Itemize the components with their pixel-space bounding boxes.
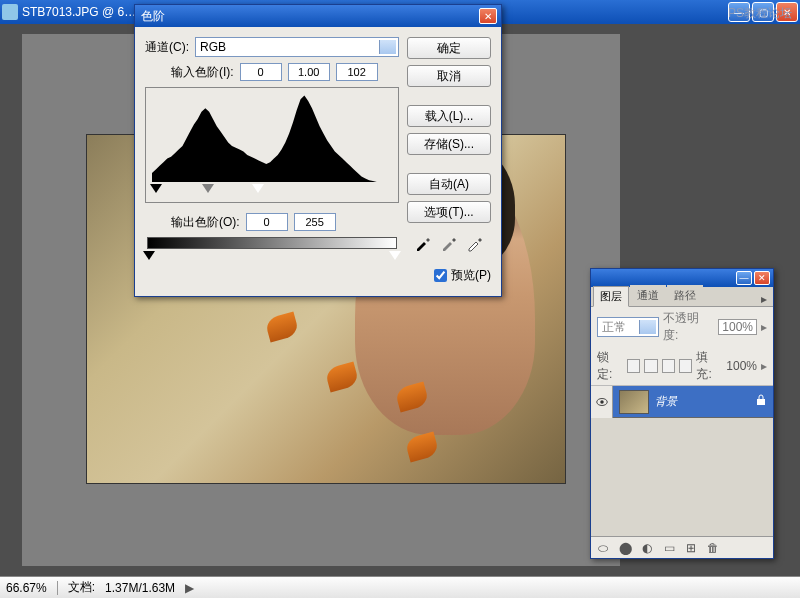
link-layers-icon[interactable]: ⬭ [595,540,611,556]
svg-point-1 [600,400,604,404]
opacity-arrow-icon[interactable]: ▸ [761,320,767,334]
panel-minimize-button[interactable]: — [736,271,752,285]
fill-label: 填充: [696,349,722,383]
histogram [152,92,392,182]
ok-button[interactable]: 确定 [407,37,491,59]
output-white-field[interactable]: 255 [294,213,336,231]
panel-close-button[interactable]: ✕ [754,271,770,285]
lock-position-icon[interactable] [662,359,675,373]
dialog-titlebar[interactable]: 色阶 ✕ [135,5,501,27]
layer-list[interactable]: 背景 [591,386,773,536]
doc-size-value: 1.37M/1.63M [105,581,175,595]
app-icon [2,4,18,20]
layers-panel: — ✕ 图层 通道 路径 历史记录 动作 ▸ 正常 不透明度: 100% ▸ 锁… [590,268,774,559]
levels-dialog: 色阶 ✕ 通道(C): RGB 输入色阶(I): 0 1.00 102 [134,4,502,297]
output-black-handle[interactable] [143,251,155,260]
preview-checkbox[interactable]: 预览(P) [407,267,491,284]
visibility-toggle[interactable] [591,386,613,418]
left-gutter [0,24,22,576]
cancel-button[interactable]: 取消 [407,65,491,87]
input-gamma-field[interactable]: 1.00 [288,63,330,81]
dialog-title: 色阶 [139,8,479,25]
lock-all-icon[interactable] [679,359,692,373]
gamma-handle[interactable] [202,184,214,193]
panel-menu-icon[interactable]: ▸ [755,292,773,306]
channel-value: RGB [200,40,226,54]
channel-select[interactable]: RGB [195,37,399,57]
image-content [264,312,299,343]
opacity-field[interactable]: 100% [718,319,757,335]
svg-rect-2 [757,399,765,405]
preview-check-input[interactable] [434,269,447,282]
layer-row[interactable]: 背景 [591,386,773,418]
lock-icon [755,394,767,409]
status-bar: 66.67% 文档: 1.37M/1.63M ▶ [0,576,800,598]
channel-label: 通道(C): [145,39,189,56]
blend-mode-value: 正常 [602,319,626,336]
preview-label: 预览(P) [451,267,491,284]
new-group-icon[interactable]: ▭ [661,540,677,556]
histogram-panel [145,87,399,203]
layer-thumbnail[interactable] [619,390,649,414]
image-content [324,362,359,393]
zoom-level[interactable]: 66.67% [6,581,47,595]
auto-button[interactable]: 自动(A) [407,173,491,195]
delete-layer-icon[interactable]: 🗑 [705,540,721,556]
fill-arrow-icon[interactable]: ▸ [761,359,767,373]
opacity-label: 不透明度: [663,310,714,344]
image-content [404,432,439,463]
input-slider[interactable] [154,184,390,198]
output-black-field[interactable]: 0 [246,213,288,231]
blend-mode-select[interactable]: 正常 [597,317,659,337]
tab-paths[interactable]: 路径 [667,285,703,306]
layer-name[interactable]: 背景 [655,394,755,409]
load-button[interactable]: 载入(L)... [407,105,491,127]
output-white-handle[interactable] [389,251,401,260]
save-button[interactable]: 存储(S)... [407,133,491,155]
status-menu-icon[interactable]: ▶ [185,581,194,595]
panel-tabs: 图层 通道 路径 历史记录 动作 ▸ [591,287,773,307]
dialog-close-button[interactable]: ✕ [479,8,497,24]
doc-size-label: 文档: [68,579,95,596]
output-slider[interactable] [147,251,397,265]
chevron-down-icon [384,45,392,53]
eyedropper-gray-icon[interactable] [439,233,459,253]
white-point-handle[interactable] [252,184,264,193]
eyedropper-white-icon[interactable] [465,233,485,253]
fill-field[interactable]: 100% [726,359,757,373]
image-content [394,382,429,413]
layer-style-icon[interactable]: ⬤ [617,540,633,556]
options-button[interactable]: 选项(T)... [407,201,491,223]
lock-transparency-icon[interactable] [627,359,640,373]
chevron-down-icon [644,325,652,333]
input-white-field[interactable]: 102 [336,63,378,81]
tab-layers[interactable]: 图层 [593,286,629,307]
output-levels-label: 输出色阶(O): [171,214,240,231]
input-black-field[interactable]: 0 [240,63,282,81]
eyedropper-black-icon[interactable] [413,233,433,253]
lock-image-icon[interactable] [644,359,657,373]
input-levels-label: 输入色阶(I): [171,64,234,81]
black-point-handle[interactable] [150,184,162,193]
layer-mask-icon[interactable]: ◐ [639,540,655,556]
output-gradient [147,237,397,249]
lock-label: 锁定: [597,349,623,383]
tab-channels[interactable]: 通道 [630,285,666,306]
panel-footer: ⬭ ⬤ ◐ ▭ ⊞ 🗑 [591,536,773,558]
new-layer-icon[interactable]: ⊞ [683,540,699,556]
